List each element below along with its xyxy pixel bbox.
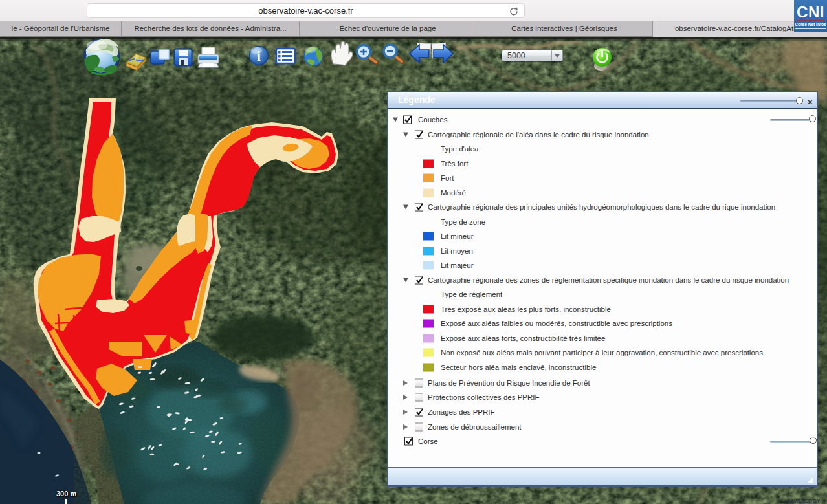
svg-text:i: i: [257, 49, 261, 64]
